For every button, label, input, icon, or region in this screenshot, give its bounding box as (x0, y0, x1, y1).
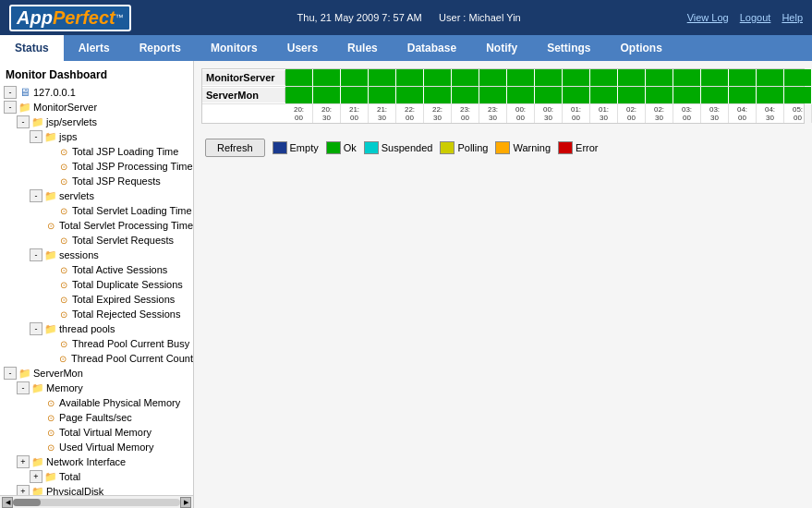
tree-item-20[interactable]: ⊙Available Physical Memory (0, 395, 193, 410)
nav-item-status[interactable]: Status (0, 35, 64, 61)
tree-item-13[interactable]: ⊙Total Expired Sessions (0, 292, 193, 307)
tree-item-0[interactable]: -📁MonitorServer (0, 100, 193, 115)
monitor-cell-1-12[interactable] (618, 87, 646, 103)
monitor-cell-1-1[interactable] (313, 87, 341, 103)
sidebar-scroll-area[interactable]: Monitor Dashboard -🖥127.0.0.1-📁MonitorSe… (0, 61, 193, 495)
tree-item-23[interactable]: ⊙Used Virtual Memory (0, 440, 193, 454)
monitor-cell-1-7[interactable] (479, 87, 507, 103)
tree-item-19[interactable]: -📁Memory (0, 381, 193, 395)
expand-root[interactable]: - (4, 86, 17, 99)
monitor-cell-1-16[interactable] (729, 87, 757, 103)
monitor-cell-1-8[interactable] (507, 87, 535, 103)
monitor-cell-0-3[interactable] (369, 69, 396, 86)
tree-item-15[interactable]: -📁thread pools (0, 321, 193, 336)
monitor-cell-0-0[interactable] (285, 69, 313, 86)
expand-18[interactable]: - (4, 367, 17, 380)
monitor-cell-0-14[interactable] (673, 69, 701, 86)
nav-item-options[interactable]: Options (605, 35, 676, 61)
time-bot-11: 30 (590, 114, 617, 122)
monitor-cell-0-13[interactable] (646, 69, 673, 86)
nav-item-monitors[interactable]: Monitors (196, 35, 273, 61)
tree-item-17[interactable]: ⊙Thread Pool Current Count (0, 351, 193, 366)
nav-item-notify[interactable]: Notify (471, 35, 532, 61)
hscroll-left-arrow[interactable]: ◀ (2, 497, 13, 508)
tree-item-11[interactable]: ⊙Total Active Sessions (0, 262, 193, 277)
monitor-cell-0-10[interactable] (563, 69, 590, 86)
nav-item-database[interactable]: Database (393, 35, 471, 61)
monitor-cell-1-6[interactable] (452, 87, 479, 103)
hscroll-track[interactable] (13, 499, 180, 506)
monitor-cell-0-16[interactable] (729, 69, 757, 86)
tree-item-14[interactable]: ⊙Total Rejected Sessions (0, 307, 193, 321)
nav-item-reports[interactable]: Reports (125, 35, 196, 61)
tree-item-2[interactable]: -📁jsps (0, 129, 193, 144)
hscroll-right-arrow[interactable]: ▶ (180, 497, 191, 508)
tree-item-18[interactable]: -📁ServerMon (0, 366, 193, 381)
tree-item-10[interactable]: -📁sessions (0, 248, 193, 262)
monitor-cell-1-9[interactable] (535, 87, 563, 103)
monitor-cell-1-11[interactable] (590, 87, 618, 103)
expand-1[interactable]: - (17, 115, 30, 128)
monitor-cell-1-4[interactable] (396, 87, 424, 103)
monitor-cell-0-9[interactable] (535, 69, 563, 86)
monitor-cell-0-15[interactable] (701, 69, 729, 86)
nav-item-rules[interactable]: Rules (333, 35, 393, 61)
monitor-cell-1-13[interactable] (646, 87, 673, 103)
expand-6[interactable]: - (30, 189, 42, 202)
ip-label: 127.0.0.1 (33, 87, 76, 98)
monitor-cell-0-7[interactable] (479, 69, 507, 86)
tree-item-12[interactable]: ⊙Total Duplicate Sessions (0, 277, 193, 292)
monitor-cell-1-2[interactable] (341, 87, 369, 103)
tree-item-3[interactable]: ⊙Total JSP Loading Time (0, 144, 193, 159)
nav-item-settings[interactable]: Settings (532, 35, 605, 61)
time-bot-2: 00 (341, 114, 368, 122)
tree-item-26[interactable]: +📁PhysicalDisk (0, 484, 193, 495)
nav-item-users[interactable]: Users (273, 35, 333, 61)
monitor-cell-1-10[interactable] (563, 87, 590, 103)
monitor-cell-1-3[interactable] (369, 87, 396, 103)
refresh-button[interactable]: Refresh (205, 139, 265, 157)
monitor-cell-0-4[interactable] (396, 69, 424, 86)
monitor-cell-0-12[interactable] (618, 69, 646, 86)
expand-25[interactable]: + (30, 470, 42, 483)
monitor-cell-0-17[interactable] (757, 69, 784, 86)
monitor-cell-0-8[interactable] (507, 69, 535, 86)
expand-2[interactable]: - (30, 130, 42, 143)
expand-0[interactable]: - (4, 101, 17, 114)
tree-item-1[interactable]: -📁jsp/servlets (0, 115, 193, 129)
tree-item-6[interactable]: -📁servlets (0, 188, 193, 203)
expand-26[interactable]: + (17, 485, 30, 495)
tree-item-25[interactable]: +📁Total (0, 469, 193, 484)
expand-24[interactable]: + (17, 455, 30, 468)
help-link[interactable]: Help (782, 12, 803, 23)
tree-item-4[interactable]: ⊙Total JSP Processing Time (0, 159, 193, 174)
tree-item-24[interactable]: +📁Network Interface (0, 454, 193, 469)
tree-item-9[interactable]: ⊙Total Servlet Requests (0, 233, 193, 248)
monitor-cell-1-14[interactable] (673, 87, 701, 103)
monitor-cell-0-6[interactable] (452, 69, 479, 86)
monitor-cell-1-5[interactable] (424, 87, 452, 103)
nav-item-alerts[interactable]: Alerts (64, 35, 125, 61)
hscroll-thumb[interactable] (13, 499, 41, 506)
monitor-cell-1-0[interactable] (285, 87, 313, 103)
tree-item-5[interactable]: ⊙Total JSP Requests (0, 174, 193, 188)
monitor-cell-1-15[interactable] (701, 87, 729, 103)
view-log-link[interactable]: View Log (687, 12, 729, 23)
expand-10[interactable]: - (30, 248, 42, 261)
expand-19[interactable]: - (17, 381, 30, 394)
tree-item-21[interactable]: ⊙Page Faults/sec (0, 410, 193, 425)
tree-item-16[interactable]: ⊙Thread Pool Current Busy (0, 336, 193, 351)
tree-item-8[interactable]: ⊙Total Servlet Processing Time (0, 218, 193, 233)
monitor-cell-0-2[interactable] (341, 69, 369, 86)
legend-label-0: Empty (290, 142, 319, 153)
monitor-cell-0-18[interactable] (784, 69, 812, 86)
monitor-cell-0-5[interactable] (424, 69, 452, 86)
expand-15[interactable]: - (30, 322, 42, 335)
monitor-cell-0-1[interactable] (313, 69, 341, 86)
monitor-cell-1-18[interactable] (784, 87, 812, 103)
tree-item-7[interactable]: ⊙Total Servlet Loading Time (0, 203, 193, 218)
tree-item-22[interactable]: ⊙Total Virtual Memory (0, 425, 193, 440)
monitor-cell-0-11[interactable] (590, 69, 618, 86)
monitor-cell-1-17[interactable] (757, 87, 784, 103)
logout-link[interactable]: Logout (740, 12, 771, 23)
